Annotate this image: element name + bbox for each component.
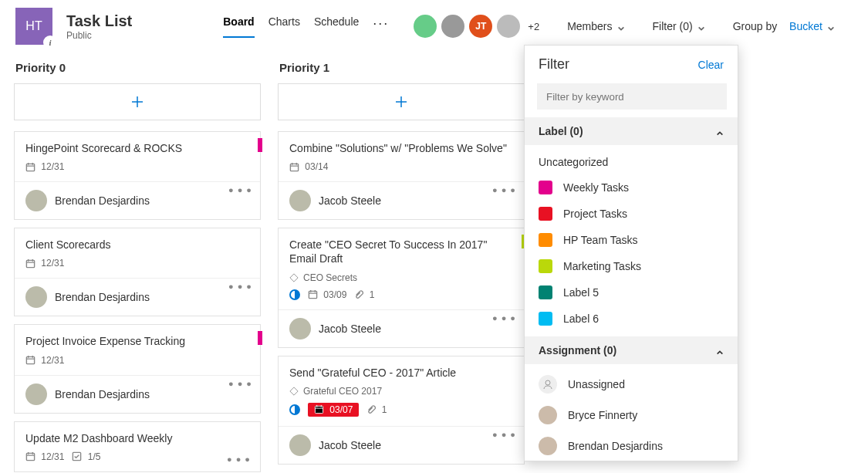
due-date: 03/09 xyxy=(308,289,346,300)
tab-board[interactable]: Board xyxy=(223,15,254,38)
due-date: 12/31 xyxy=(25,451,64,462)
avatar xyxy=(25,383,47,405)
filter-keyword-input[interactable] xyxy=(537,83,727,110)
progress-icon xyxy=(289,289,300,300)
label-text: Marketing Tasks xyxy=(563,260,641,272)
svg-rect-3 xyxy=(26,454,34,461)
group-by-value: Bucket xyxy=(789,20,822,32)
attachments: 1 xyxy=(354,289,374,300)
card-menu-icon[interactable]: ● ● ● xyxy=(227,454,251,464)
member-avatars: JT +2 xyxy=(414,15,539,38)
task-assignee[interactable]: Jacob Steele xyxy=(279,427,524,464)
due-date: 12/31 xyxy=(25,258,64,269)
task-meta: 12/31 xyxy=(25,161,249,172)
task-card[interactable]: HingePoint Scorecard & ROCKS 12/31 ● ● ●… xyxy=(14,131,261,220)
avatar[interactable] xyxy=(414,15,437,38)
filter-label: Filter (0) xyxy=(653,20,693,32)
task-meta: 03/07 1 xyxy=(289,403,513,417)
task-card[interactable]: Combine "Solutions" w/ "Problems We Solv… xyxy=(278,131,525,220)
avatar-overflow[interactable]: +2 xyxy=(528,21,539,32)
filter-dropdown[interactable]: Filter (0) xyxy=(653,20,705,32)
svg-rect-1 xyxy=(26,260,34,267)
task-title: Create "CEO Secret To Success In 2017" E… xyxy=(289,238,513,265)
filter-section-assignment[interactable]: Assignment (0) xyxy=(525,336,738,364)
task-meta: 03/09 1 xyxy=(289,289,513,300)
filter-title: Filter xyxy=(539,56,569,73)
svg-rect-5 xyxy=(290,164,298,171)
assignee-name: Jacob Steele xyxy=(319,194,381,207)
card-menu-icon[interactable]: ● ● ● xyxy=(492,185,516,194)
task-title: Client Scorecards xyxy=(25,238,249,252)
filter-label-item[interactable]: Label 5 xyxy=(539,279,724,306)
members-dropdown[interactable]: Members xyxy=(567,20,624,32)
avatar[interactable]: JT xyxy=(469,15,492,38)
assignee-name: Jacob Steele xyxy=(319,323,381,335)
plan-icon[interactable]: HT i xyxy=(15,8,52,45)
tab-more-icon[interactable]: ··· xyxy=(373,15,389,38)
avatar[interactable] xyxy=(441,15,464,38)
task-card[interactable]: Create "CEO Secret To Success In 2017" E… xyxy=(278,228,525,347)
task-card[interactable]: Update M2 Dashboard Weekly 12/31 1/5 ● ●… xyxy=(14,421,261,472)
assign-text: Unassigned xyxy=(568,378,625,390)
group-by-dropdown[interactable]: Group by Bucket xyxy=(733,20,835,32)
filter-assign-item[interactable]: Unassigned xyxy=(539,369,724,400)
card-menu-icon[interactable]: ● ● ● xyxy=(228,282,252,291)
add-task-button[interactable] xyxy=(278,83,525,120)
label-tag xyxy=(258,331,262,345)
task-assignee[interactable]: Jacob Steele xyxy=(279,182,524,219)
filter-label-item[interactable]: Uncategorized xyxy=(539,150,724,174)
due-date: 12/31 xyxy=(25,355,64,366)
filter-panel: Filter Clear Label (0) Uncategorized Wee… xyxy=(524,45,738,461)
task-card[interactable]: Send "Grateful CEO - 2017" Article Grate… xyxy=(278,356,525,465)
filter-assign-item[interactable]: Bryce Finnerty xyxy=(539,400,724,431)
avatar[interactable] xyxy=(497,15,520,38)
filter-label-item[interactable]: Project Tasks xyxy=(539,201,724,227)
task-assignee[interactable]: Jacob Steele xyxy=(279,310,524,347)
bucket-column: Priority 0 HingePoint Scorecard & ROCKS … xyxy=(14,61,261,473)
info-icon[interactable]: i xyxy=(43,35,57,49)
card-menu-icon[interactable]: ● ● ● xyxy=(228,185,252,194)
task-assignee[interactable]: Brendan Desjardins xyxy=(15,279,260,316)
filter-assign-item[interactable]: Brendan Desjardins xyxy=(539,431,724,461)
label-tag xyxy=(258,138,262,152)
label-text: Weekly Tasks xyxy=(563,181,629,194)
task-title: Project Invoice Expense Tracking xyxy=(25,334,249,348)
task-card[interactable]: Project Invoice Expense Tracking 12/31 ●… xyxy=(14,324,261,413)
filter-label-item[interactable]: Marketing Tasks xyxy=(539,253,724,279)
filter-clear-button[interactable]: Clear xyxy=(698,59,724,71)
bucket-title: Priority 1 xyxy=(279,61,525,74)
task-subinfo: Grateful CEO 2017 xyxy=(289,386,513,397)
svg-point-9 xyxy=(545,380,550,385)
chevron-down-icon xyxy=(697,22,705,30)
task-meta: 12/31 xyxy=(25,258,249,269)
filter-section-label[interactable]: Label (0) xyxy=(525,117,738,145)
filter-label-item[interactable]: HP Team Tasks xyxy=(539,227,724,253)
tab-schedule[interactable]: Schedule xyxy=(314,15,359,38)
plan-initials: HT xyxy=(25,19,42,33)
avatar xyxy=(25,286,47,308)
card-menu-icon[interactable]: ● ● ● xyxy=(492,313,516,323)
progress-icon xyxy=(289,404,300,415)
svg-rect-2 xyxy=(26,356,34,363)
label-swatch xyxy=(539,181,552,194)
plan-title-block: Task List Public xyxy=(66,12,132,41)
main-nav: Board Charts Schedule ··· xyxy=(223,15,389,38)
tab-charts[interactable]: Charts xyxy=(269,15,300,38)
avatar xyxy=(289,434,311,456)
label-text: Uncategorized xyxy=(539,156,608,168)
task-title: Combine "Solutions" w/ "Problems We Solv… xyxy=(289,141,513,155)
label-swatch xyxy=(539,285,552,299)
chevron-up-icon xyxy=(716,346,724,354)
task-assignee[interactable]: Brendan Desjardins xyxy=(15,376,260,413)
task-assignee[interactable]: Brendan Desjardins xyxy=(15,182,260,219)
overdue-badge: 03/07 xyxy=(308,403,359,417)
filter-label-item[interactable]: Label 6 xyxy=(539,306,724,332)
task-card[interactable]: Client Scorecards 12/31 ● ● ● Brendan De… xyxy=(14,228,261,316)
card-menu-icon[interactable]: ● ● ● xyxy=(228,379,252,388)
filter-label-item[interactable]: Weekly Tasks xyxy=(539,174,724,201)
add-task-button[interactable] xyxy=(14,83,261,120)
label-swatch xyxy=(539,312,552,326)
card-menu-icon[interactable]: ● ● ● xyxy=(492,430,516,439)
svg-rect-7 xyxy=(315,407,323,414)
due-date: 12/31 xyxy=(25,161,64,172)
